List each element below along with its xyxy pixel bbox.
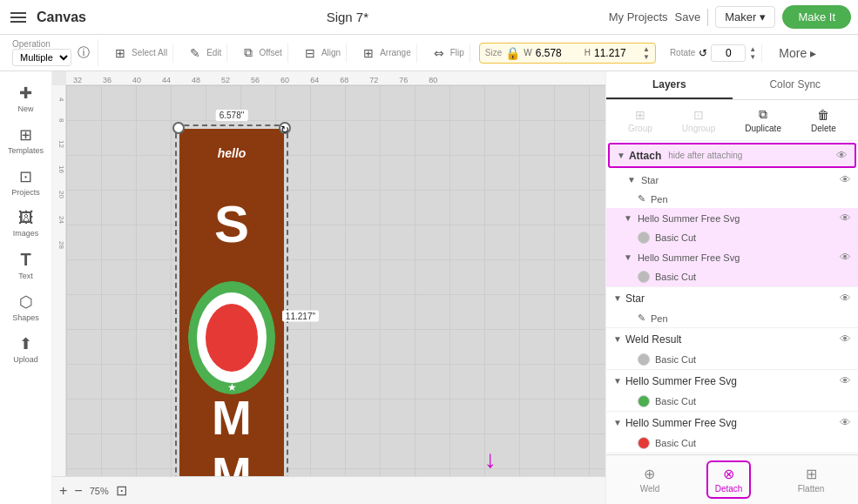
make-it-button[interactable]: Make It [782,5,851,29]
group-button[interactable]: ⊞ Group [623,104,658,137]
maker-button[interactable]: Maker ▾ [715,6,775,28]
height-input[interactable] [594,47,639,59]
detach-button[interactable]: ⊗ Detach [706,460,752,499]
tool-projects[interactable]: ⊡ Projects [3,162,49,202]
weld-button[interactable]: ⊕ Weld [633,462,667,497]
rotate-icon: ↺ [699,47,707,59]
hello-text: hello [179,146,284,160]
width-input[interactable] [536,47,581,59]
select-all-group: ⊞ Select All [107,44,173,63]
basic1-label: Basic Cut [655,232,696,243]
zoom-out-button[interactable]: − [74,483,82,499]
hello1-eye-button[interactable]: 👁 [840,212,851,225]
zoom-value: 75% [90,486,109,496]
shapes-label: Shapes [12,313,39,322]
layer-group-attach: ▼ Attach hide after attaching 👁 ▼ Star 👁… [606,143,858,287]
rotate-input[interactable] [711,44,746,62]
tool-shapes[interactable]: ⬡ Shapes [3,287,49,327]
edit-button[interactable]: ✎ [187,44,203,63]
star2-eye-button[interactable]: 👁 [840,292,851,305]
layer-pen2[interactable]: ✎ Pen [606,309,858,327]
offset-group: ⧉ Offset [236,43,288,63]
canvas-grid [66,85,605,504]
canvas-area[interactable]: 32 36 40 44 48 52 56 60 64 68 72 76 80 4… [52,71,605,504]
operation-info-button[interactable]: ⓘ [75,43,92,64]
select-all-button[interactable]: ⊞ [112,44,128,63]
layer-pen1[interactable]: ✎ Pen [606,190,858,208]
tool-templates[interactable]: ⊞ Templates [3,120,49,160]
layer-hello-svg1[interactable]: ▼ Hello Summer Free Svg 👁 [606,208,858,228]
ungroup-icon: ⊡ [693,108,704,122]
letter-s: S [179,198,284,251]
group-icon: ⊞ [635,108,645,122]
star2-group-header[interactable]: ▼ Star 👁 [606,287,858,309]
save-button[interactable]: Save [675,10,701,24]
layer-hello-svg2[interactable]: ▼ Hello Summer Free Svg 👁 [606,247,858,267]
handle-top-right[interactable]: ↻ [279,122,291,134]
chevron-hello3: ▼ [613,376,622,386]
arrange-button[interactable]: ⊞ [361,44,376,63]
star1-eye-button[interactable]: 👁 [840,173,851,186]
hello2-eye-button[interactable]: 👁 [840,251,851,264]
ruler-vertical: 4 8 12 16 20 24 28 [52,85,66,504]
tab-color-sync[interactable]: Color Sync [733,71,859,99]
tool-upload[interactable]: ⬆ Upload [3,329,49,369]
detach-label: Detach [715,484,743,494]
tool-text[interactable]: T Text [3,245,49,286]
duplicate-button[interactable]: ⧉ Duplicate [740,104,787,137]
flip-group: ⇔ Flip [426,44,470,63]
my-projects-button[interactable]: My Projects [609,10,668,24]
hamburger-menu[interactable] [7,9,30,26]
layer-basic4[interactable]: Basic Cut [606,392,858,411]
pen1-icon: ✎ [638,193,645,205]
attach-group-header[interactable]: ▼ Attach hide after attaching 👁 [608,143,856,168]
size-stepper[interactable]: ▲▼ [643,45,650,61]
layer-basic3[interactable]: Basic Cut [606,350,858,369]
offset-button[interactable]: ⧉ [241,43,255,63]
pen2-label: Pen [651,313,668,324]
pen1-label: Pen [651,194,668,205]
layer-basic2[interactable]: Basic Cut [606,267,858,286]
attach-label: Attach [629,150,661,162]
layer-group-hello3: ▼ Hello Summer Free Svg 👁 Basic Cut [606,370,858,412]
edit-icon: ✎ [190,46,200,60]
align-group: ⊟ Align [297,44,347,63]
rotate-stepper[interactable]: ▲▼ [749,45,756,61]
hello4-eye-button[interactable]: 👁 [840,416,851,429]
operation-select[interactable]: Multiple [12,49,71,66]
ungroup-button[interactable]: ⊡ Ungroup [677,104,720,137]
fit-button[interactable]: ⊡ [116,482,127,499]
size-label: Size [485,48,502,57]
align-button[interactable]: ⊟ [302,44,318,63]
app-title: Canvas [37,10,86,25]
tool-images[interactable]: 🖼 Images [3,204,49,243]
weld-eye-button[interactable]: 👁 [840,333,851,346]
handle-top-left[interactable] [172,122,185,134]
flip-button[interactable]: ⇔ [431,44,447,63]
panel-actions: ⊞ Group ⊡ Ungroup ⧉ Duplicate 🗑 Delete [606,100,858,141]
doc-title: Sign 7* [93,10,602,24]
hello2-label: Hello Summer Free Svg [638,252,740,263]
templates-icon: ⊞ [19,125,32,144]
hello3-eye-button[interactable]: 👁 [840,374,851,387]
design-object[interactable]: ↻ 🔒 ↔ 6.578" 11.217" hello S M M ★ [179,129,284,503]
canvas-content[interactable]: ↻ 🔒 ↔ 6.578" 11.217" hello S M M ★ [66,85,605,504]
weld-group-header[interactable]: ▼ Weld Result 👁 [606,328,858,350]
layer-basic5[interactable]: Basic Cut [606,433,858,453]
tab-layers[interactable]: Layers [606,71,733,99]
projects-icon: ⊡ [19,167,32,186]
attach-eye-button[interactable]: 👁 [836,149,848,162]
chevron-attach: ▼ [617,151,625,160]
flatten-button[interactable]: ⊞ Flatten [791,462,832,497]
hello3-group-header[interactable]: ▼ Hello Summer Free Svg 👁 [606,370,858,392]
delete-button[interactable]: 🗑 Delete [806,104,841,137]
edit-group: ✎ Edit [182,44,227,63]
images-label: Images [13,229,39,238]
layer-basic1[interactable]: Basic Cut [606,228,858,247]
more-button[interactable]: More ▸ [776,44,819,63]
zoom-in-button[interactable]: + [59,483,67,499]
tool-new[interactable]: ✚ New [3,78,49,118]
layer-star1[interactable]: ▼ Star 👁 [606,170,858,190]
select-all-icon: ⊞ [115,46,125,60]
hello4-group-header[interactable]: ▼ Hello Summer Free Svg 👁 [606,412,858,433]
